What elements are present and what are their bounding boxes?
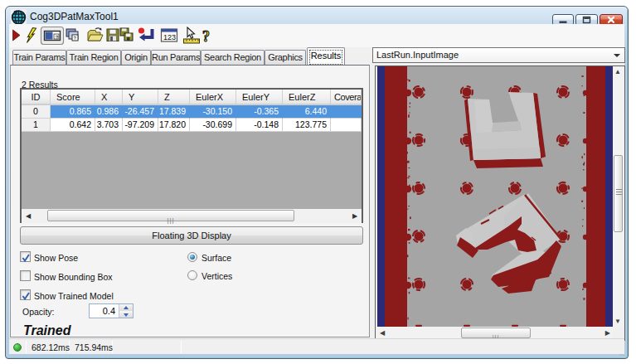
svg-text:123: 123 xyxy=(163,33,176,41)
svg-text:?: ? xyxy=(202,28,210,45)
